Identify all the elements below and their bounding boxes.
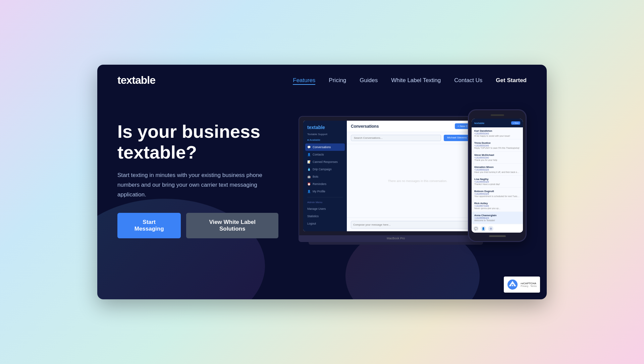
- navbar: textable Features Pricing Guides White L…: [97, 65, 547, 96]
- phone-contact-5: Bobson Dugnutt +19195553329 Your appoint…: [472, 188, 523, 200]
- hero-headline-line2: textable?: [117, 142, 197, 162]
- nav-link-contact[interactable]: Contact Us: [454, 77, 482, 83]
- laptop-base: [299, 236, 493, 242]
- phone-contact-7: Anna Chamerglain +19195556423 Welcome to…: [472, 212, 523, 224]
- canned-icon: 📝: [307, 160, 311, 164]
- profile-icon: 👤: [307, 190, 311, 193]
- view-white-label-button[interactable]: View White Label Solutions: [186, 213, 278, 238]
- app-sidebar: textable Textable Support ● Available 💬 …: [303, 121, 347, 231]
- laptop-bezel: textable Textable Support ● Available 💬 …: [299, 116, 493, 236]
- nav-link-pricing[interactable]: Pricing: [329, 77, 346, 83]
- nav-link-guides[interactable]: Guides: [360, 77, 378, 83]
- reminders-icon: ⏰: [307, 182, 311, 186]
- start-messaging-button[interactable]: Start Messaging: [117, 213, 181, 238]
- svg-point-2: [512, 285, 513, 286]
- tab-selected-contact[interactable]: Michael Stevens: [444, 135, 470, 141]
- contacts-icon: 👤: [307, 153, 311, 156]
- search-conversations-input[interactable]: [351, 135, 441, 141]
- sidebar-item-manage-users[interactable]: Manage Users: [303, 205, 347, 213]
- phone-home-bar: [489, 235, 506, 237]
- phone-contact-list: Kari Dandleton +19195553343 I'll be happ…: [472, 127, 523, 224]
- hero-buttons: Start Messaging View White Label Solutio…: [117, 213, 278, 238]
- phone-contacts-icon[interactable]: 👤: [481, 226, 486, 231]
- phone-chat-icon[interactable]: 💬: [473, 226, 479, 231]
- phone-new-btn[interactable]: + New: [511, 121, 520, 125]
- page-background: textable Features Pricing Guides White L…: [97, 65, 547, 299]
- sidebar-item-canned[interactable]: 📝 Canned Responses: [303, 158, 347, 166]
- phone-speaker: [491, 114, 504, 116]
- app-search-row: Michael Stevens Action: [347, 132, 488, 144]
- app-title: Conversations: [351, 124, 379, 129]
- hero-headline: Is your business textable?: [117, 121, 278, 163]
- sidebar-divider: [307, 197, 343, 197]
- sidebar-item-conversations[interactable]: 💬 Conversations: [305, 143, 345, 151]
- phone-screen: textable + New Kari Dandleton +191955533…: [472, 119, 523, 233]
- sidebar-item-drip[interactable]: 💧 Drip Campaign: [303, 166, 347, 173]
- recaptcha-badge: reCAPTCHA Privacy · Terms: [504, 277, 540, 293]
- phone-contact-1: Tricia Dustice +19195553349 Reply TOPUNI…: [472, 139, 523, 151]
- nav-link-get-started[interactable]: Get Started: [496, 77, 527, 83]
- nav-item-white-label[interactable]: White Label Texting: [391, 77, 441, 84]
- bots-icon: 🤖: [307, 175, 311, 178]
- phone-bezel: textable + New Kari Dandleton +191955533…: [468, 109, 527, 242]
- nav-item-guides[interactable]: Guides: [360, 77, 378, 84]
- hero-devices: textable Textable Support ● Available 💬 …: [299, 109, 527, 250]
- sidebar-logo: textable: [303, 125, 347, 133]
- phone-contact-6: Rick Astley +19195573349 Never gonna giv…: [472, 200, 523, 212]
- nav-link-features[interactable]: Features: [293, 77, 315, 85]
- phone-compose-bar: 💬 👤 ⚙: [472, 224, 523, 233]
- sidebar-item-statistics[interactable]: Statistics: [303, 213, 347, 220]
- logo[interactable]: textable: [117, 74, 155, 86]
- phone-compose-icons: 💬 👤 ⚙: [473, 226, 493, 231]
- laptop-screen: textable Textable Support ● Available 💬 …: [303, 121, 488, 231]
- sidebar-item-bots[interactable]: 🤖 Bots: [303, 173, 347, 180]
- page-wrapper: textable Features Pricing Guides White L…: [97, 65, 547, 299]
- sidebar-item-profile[interactable]: 👤 My Profile: [303, 188, 347, 195]
- phone-mockup: textable + New Kari Dandleton +191955533…: [468, 109, 527, 242]
- nav-item-features[interactable]: Features: [293, 77, 315, 84]
- laptop-mockup: textable Textable Support ● Available 💬 …: [299, 116, 493, 245]
- phone-logo: textable: [474, 122, 484, 125]
- hero-section: Is your business textable? Start texting…: [97, 96, 547, 277]
- hero-headline-line1: Is your business: [117, 121, 260, 141]
- sidebar-item-contacts[interactable]: 👤 Contacts: [303, 151, 347, 158]
- hero-description: Start texting in minutes with your exist…: [117, 171, 265, 200]
- app-header: Conversations + New Conversation: [347, 121, 488, 132]
- laptop-foot: [309, 242, 483, 245]
- app-content-area: There are no messages in this conversati…: [347, 144, 488, 218]
- nav-links: Features Pricing Guides White Label Text…: [293, 77, 527, 84]
- sidebar-item-reminders[interactable]: ⏰ Reminders: [303, 180, 347, 188]
- drip-icon: 💧: [307, 168, 311, 171]
- nav-link-white-label[interactable]: White Label Texting: [391, 77, 441, 83]
- app-main-area: Conversations + New Conversation Michael…: [347, 121, 488, 231]
- phone-contact-4: Lisa Nagthy +19195554329 Thanks! Have a …: [472, 176, 523, 188]
- phone-settings-icon[interactable]: ⚙: [488, 226, 493, 231]
- phone-contact-2: Steve McDichael +19195553340 Thank you f…: [472, 151, 523, 164]
- sidebar-support: Textable Support: [303, 133, 347, 138]
- phone-contact-0: Kari Dandleton +19195553343 I'll be happ…: [472, 127, 523, 139]
- app-compose-bar: ▶: [347, 218, 488, 231]
- conversations-icon: 💬: [307, 145, 311, 149]
- sidebar-available: ● Available: [303, 138, 347, 143]
- phone-contact-3: Glenallen Mixon +19195553329 Have you tr…: [472, 164, 523, 176]
- phone-app-header: textable + New: [472, 119, 523, 127]
- recaptcha-icon: [507, 279, 518, 290]
- compose-input[interactable]: [351, 221, 474, 229]
- nav-item-contact[interactable]: Contact Us: [454, 77, 482, 84]
- nav-item-pricing[interactable]: Pricing: [329, 77, 346, 84]
- recaptcha-text: reCAPTCHA Privacy · Terms: [521, 282, 537, 287]
- sidebar-admin-label: Admin Menu: [303, 199, 347, 205]
- sidebar-item-logout[interactable]: Logout: [303, 220, 347, 227]
- hero-text-block: Is your business textable? Start texting…: [117, 121, 278, 239]
- nav-item-get-started[interactable]: Get Started: [496, 77, 527, 84]
